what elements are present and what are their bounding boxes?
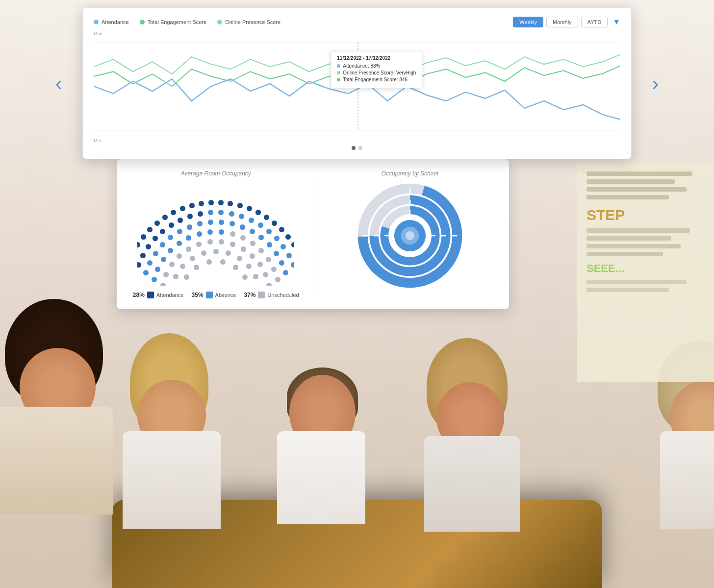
dot bbox=[186, 246, 191, 252]
tooltip-engagement-dot bbox=[337, 78, 340, 81]
dot bbox=[160, 229, 165, 234]
dot bbox=[255, 210, 261, 215]
attendance-legend-dot bbox=[94, 20, 99, 24]
dot bbox=[233, 265, 238, 270]
dot bbox=[194, 265, 199, 270]
dot bbox=[283, 270, 288, 275]
room-occupancy-title: Average Room Occupancy bbox=[131, 170, 301, 177]
dot bbox=[226, 250, 231, 256]
occupancy-legend: 28% Attendance 35% Absence 37% Unschedul… bbox=[131, 292, 301, 298]
dot bbox=[153, 236, 158, 241]
dot bbox=[229, 211, 234, 217]
dot bbox=[155, 267, 160, 272]
dot bbox=[219, 229, 224, 235]
dot bbox=[267, 242, 272, 247]
dot bbox=[280, 244, 286, 249]
dot bbox=[187, 224, 192, 230]
attendance-square bbox=[147, 292, 154, 298]
legend-online-presence: Online Presence Score bbox=[217, 19, 280, 25]
legend-attendance: Attendance bbox=[94, 19, 129, 25]
dot bbox=[219, 239, 224, 245]
donut-chart-svg bbox=[356, 182, 464, 290]
tooltip-attendance-dot bbox=[337, 64, 340, 68]
panel-divider bbox=[313, 170, 313, 298]
dot bbox=[162, 215, 168, 220]
dot bbox=[279, 227, 284, 232]
dot bbox=[230, 221, 235, 226]
page-dot-2[interactable] bbox=[358, 146, 362, 150]
dot bbox=[208, 200, 214, 205]
dot bbox=[147, 260, 153, 266]
dot bbox=[271, 267, 277, 272]
dot bbox=[153, 251, 158, 256]
dot bbox=[258, 235, 264, 240]
dot bbox=[161, 257, 166, 262]
dot bbox=[197, 231, 202, 237]
dot bbox=[291, 242, 294, 247]
dot bbox=[177, 241, 182, 246]
dot bbox=[250, 229, 255, 234]
absence-pct: 35% bbox=[192, 292, 204, 298]
tooltip-total-engagement: Total Engagement Score: 846 bbox=[343, 77, 408, 82]
dot bbox=[177, 253, 182, 259]
svg-point-23 bbox=[406, 231, 414, 240]
dot bbox=[230, 231, 235, 237]
dot bbox=[207, 239, 213, 245]
attendance-legend-label: Attendance bbox=[102, 19, 129, 25]
dot bbox=[237, 256, 242, 261]
dot bbox=[187, 214, 193, 219]
dot bbox=[140, 253, 146, 258]
dot bbox=[241, 246, 246, 252]
dot bbox=[253, 274, 258, 279]
dot bbox=[228, 201, 233, 206]
pagination bbox=[94, 146, 620, 150]
dot bbox=[250, 253, 255, 259]
dot bbox=[171, 210, 176, 215]
max-label: Max bbox=[94, 31, 620, 36]
page-dot-1[interactable] bbox=[352, 146, 356, 150]
occupancy-by-school-title: Occupancy by School bbox=[382, 170, 438, 177]
dot bbox=[169, 222, 174, 228]
dot bbox=[152, 277, 157, 282]
prev-chart-button[interactable]: ‹ bbox=[55, 73, 62, 95]
dot bbox=[257, 262, 263, 267]
unscheduled-square bbox=[258, 292, 265, 298]
dot bbox=[275, 277, 280, 282]
dot bbox=[291, 262, 294, 268]
filter-icon[interactable]: ▼ bbox=[612, 18, 620, 26]
dot bbox=[197, 221, 203, 226]
attendance-pct: 28% bbox=[133, 292, 145, 298]
dot bbox=[208, 210, 213, 215]
monthly-button[interactable]: Monthly bbox=[546, 17, 578, 27]
dot bbox=[246, 264, 252, 269]
dot bbox=[160, 242, 165, 247]
tooltip-date: 11/12/2022 - 17/12/2022 bbox=[337, 55, 416, 61]
dot bbox=[147, 227, 153, 232]
weekly-button[interactable]: Weekly bbox=[513, 17, 543, 27]
donut-section: Occupancy by School bbox=[326, 170, 495, 298]
dot bbox=[266, 283, 272, 286]
dot-chart-section: Average Room Occupancy 28% Attendance 35… bbox=[131, 170, 301, 298]
dot bbox=[279, 260, 284, 266]
dot bbox=[247, 206, 252, 211]
dot bbox=[274, 236, 280, 241]
aytd-button[interactable]: AYTD bbox=[581, 17, 608, 27]
legend-total-engagement: Total Engagement Score bbox=[140, 19, 206, 25]
dot bbox=[178, 218, 183, 223]
dot bbox=[169, 262, 175, 267]
total-engagement-legend-dot bbox=[140, 20, 145, 24]
dot bbox=[219, 220, 224, 225]
chart-tooltip: 11/12/2022 - 17/12/2022 Attendance: 83% … bbox=[331, 51, 422, 88]
dot bbox=[190, 256, 195, 261]
dot bbox=[213, 249, 219, 254]
dot bbox=[250, 241, 255, 246]
dot bbox=[258, 222, 263, 228]
dot bbox=[258, 248, 264, 253]
dot bbox=[286, 253, 292, 258]
dot bbox=[285, 234, 291, 240]
dot bbox=[180, 206, 185, 211]
tooltip-online-dot bbox=[337, 71, 340, 74]
dot bbox=[199, 201, 204, 206]
next-chart-button[interactable]: › bbox=[652, 73, 659, 95]
dot bbox=[186, 235, 191, 241]
